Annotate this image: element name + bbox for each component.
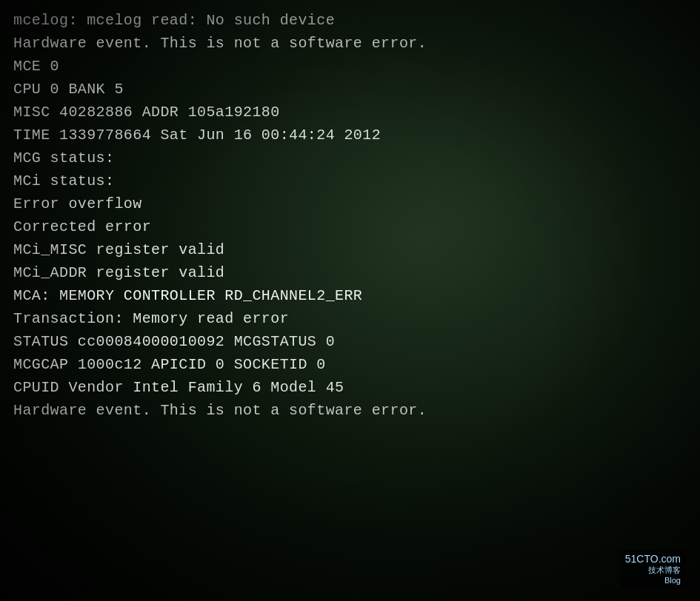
terminal-line: MISC 40282886 ADDR 105a192180 <box>13 101 687 124</box>
terminal-line: Error overflow <box>13 192 687 215</box>
terminal-line: MCE 0 <box>13 55 687 78</box>
watermark-sublabel: Blog <box>625 576 681 585</box>
terminal-line: MCG status: <box>13 147 687 169</box>
terminal-line: Transaction: Memory read error <box>13 307 687 330</box>
terminal-line: Corrected error <box>13 215 687 238</box>
terminal-line: CPU 0 BANK 5 <box>13 78 687 101</box>
terminal-line: Hardware event. This is not a software e… <box>13 399 687 422</box>
watermark-site: 51CTO.com <box>625 553 681 565</box>
terminal-line: STATUS cc00084000010092 MCGSTATUS 0 <box>13 330 687 353</box>
watermark: 51CTO.com 技术博客 Blog <box>619 550 687 588</box>
watermark-label: 技术博客 <box>625 565 681 576</box>
screen: mcelog: mcelog read: No such deviceHardw… <box>0 0 700 601</box>
terminal-line: TIME 1339778664 Sat Jun 16 00:44:24 2012 <box>13 124 687 147</box>
terminal-line: MCi status: <box>13 169 687 192</box>
terminal-line: MCA: MEMORY CONTROLLER RD_CHANNEL2_ERR <box>13 284 687 307</box>
terminal-line: MCGCAP 1000c12 APICID 0 SOCKETID 0 <box>13 353 687 376</box>
terminal-line: CPUID Vendor Intel Family 6 Model 45 <box>13 376 687 399</box>
terminal-line: mcelog: mcelog read: No such device <box>13 9 687 32</box>
terminal-line: Hardware event. This is not a software e… <box>13 32 687 55</box>
terminal-line: MCi_MISC register valid <box>13 238 687 261</box>
terminal-output: mcelog: mcelog read: No such deviceHardw… <box>0 0 700 601</box>
terminal-line: MCi_ADDR register valid <box>13 261 687 284</box>
